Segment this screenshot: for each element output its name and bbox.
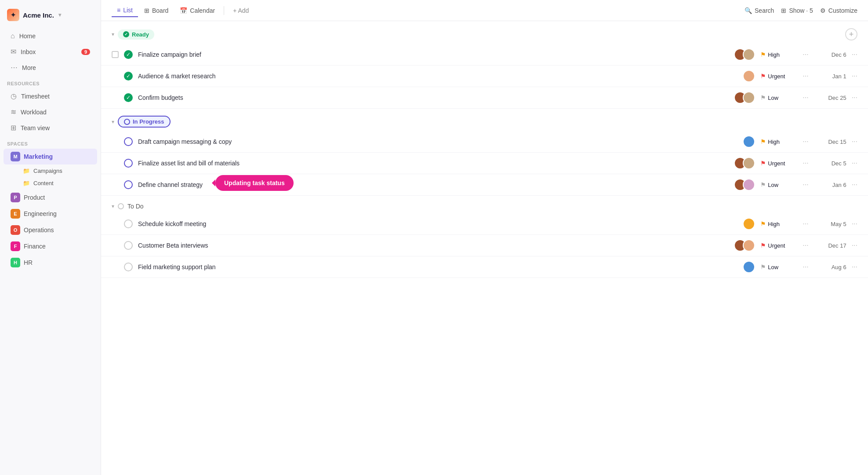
status-ready-icon: ✓ [124,72,133,80]
space-label-engineering: Engineering [24,210,57,217]
sidebar-space-operations[interactable]: O Operations [4,222,97,238]
task-row: Customer Beta interviews ⚑ Urgent ··· De… [101,235,868,256]
task-name: Define channel strategy [138,181,729,188]
task-options-dots[interactable]: ··· [801,241,810,249]
tab-board[interactable]: ⊞ Board [139,4,174,17]
sidebar-item-more[interactable]: ⋯ More [4,60,97,75]
task-row: Finalize asset list and bill of material… [101,153,868,174]
todo-status-icon [118,203,124,209]
sidebar-space-hr[interactable]: H HR [4,255,97,270]
status-todo-icon[interactable] [124,241,133,250]
sub-label-campaigns: Campaigns [33,168,62,174]
topnav-divider [224,6,224,15]
task-more-dots[interactable]: ··· [852,181,857,189]
task-more-dots[interactable]: ··· [852,241,857,249]
status-inprogress-icon[interactable] [124,137,133,146]
calendar-tab-label: Calendar [190,7,215,14]
task-date: Dec 6 [816,51,846,58]
ready-check-icon: ✓ [123,31,129,37]
avatar [743,261,755,273]
sidebar-item-teamview[interactable]: ⊞ Team view [4,120,97,135]
task-priority: ⚑ Urgent [760,160,795,167]
content-folder-icon: 📁 [23,180,30,186]
section-toggle-todo[interactable]: ▾ [112,203,114,209]
sidebar-space-engineering[interactable]: E Engineering [4,206,97,222]
tab-calendar[interactable]: 📅 Calendar [174,4,220,17]
add-button[interactable]: + Add [228,4,254,17]
task-avatars [734,48,755,61]
task-options-dots[interactable]: ··· [801,94,810,102]
task-date: Dec 5 [816,160,846,167]
sidebar-space-finance[interactable]: F Finance [4,238,97,254]
sidebar-sub-campaigns[interactable]: 📁 Campaigns [4,165,97,177]
app-logo[interactable]: ✦ Acme Inc. ▾ [0,5,101,28]
section-todo: ▾ To Do Schedule kickoff meeting ⚑ High … [101,196,868,278]
task-options-dots[interactable]: ··· [801,263,810,271]
sidebar-nav: ⌂ Home ✉ Inbox 9⋯ More [0,28,101,76]
tab-list[interactable]: ≡ List [112,4,138,17]
sidebar-item-home[interactable]: ⌂ Home [4,29,97,44]
todo-label: To Do [127,203,144,210]
sidebar-resources: ◷ Timesheet≋ Workload⊞ Team view [0,88,101,136]
task-more-dots[interactable]: ··· [852,51,857,58]
status-todo-icon[interactable] [124,219,133,228]
show-icon: ⊞ [781,7,786,14]
priority-label: Urgent [768,73,785,80]
task-name: Customer Beta interviews [138,242,729,249]
hr-badge: H [11,258,20,267]
flag-high-icon: ⚑ [760,220,766,227]
search-button[interactable]: 🔍 Search [745,7,774,14]
task-avatars [734,179,755,191]
customize-button[interactable]: ⚙ Customize [820,7,857,14]
sub-label-content: Content [33,180,54,186]
task-more-dots[interactable]: ··· [852,220,857,228]
task-more-dots[interactable]: ··· [852,263,857,271]
section-add-ready[interactable]: + [845,28,857,40]
status-todo-icon[interactable] [124,263,133,271]
task-options-dots[interactable]: ··· [801,159,810,167]
task-options-dots[interactable]: ··· [801,72,810,80]
status-inprogress-icon[interactable] [124,159,133,168]
space-label-operations: Operations [24,227,54,234]
teamview-icon: ⊞ [11,124,16,132]
priority-label: Urgent [768,242,785,249]
sidebar-item-inbox[interactable]: ✉ Inbox 9 [4,44,97,59]
finance-badge: F [11,241,20,251]
task-priority: ⚑ High [760,220,795,227]
task-more-dots[interactable]: ··· [852,94,857,102]
customize-icon: ⚙ [820,7,826,14]
task-row: Draft campaign messaging & copy ⚑ High ·… [101,131,868,153]
task-options-dots[interactable]: ··· [801,138,810,146]
search-icon: 🔍 [745,7,752,14]
task-more-dots[interactable]: ··· [852,138,857,146]
task-checkbox[interactable] [112,51,119,58]
task-date: Aug 6 [816,264,846,270]
operations-badge: O [11,225,20,235]
sidebar-space-product[interactable]: P Product [4,190,97,205]
task-date: Dec 17 [816,242,846,249]
section-toggle-inprogress[interactable]: ▾ [112,119,114,125]
show-button[interactable]: ⊞ Show · 5 [781,7,813,14]
task-options-dots[interactable]: ··· [801,181,810,189]
task-date: Dec 15 [816,139,846,145]
task-row: Schedule kickoff meeting ⚑ High ··· May … [101,213,868,235]
resources-label: Resources [0,76,101,88]
product-badge: P [11,193,20,202]
task-more-dots[interactable]: ··· [852,159,857,167]
sidebar-item-workload[interactable]: ≋ Workload [4,104,97,120]
task-options-dots[interactable]: ··· [801,51,810,58]
section-toggle-ready[interactable]: ▾ [112,31,114,37]
task-priority: ⚑ Low [760,181,795,188]
task-options-dots[interactable]: ··· [801,220,810,228]
logo-icon: ✦ [7,9,19,21]
avatar [743,48,755,61]
topnav-tabs: ≡ List⊞ Board📅 Calendar [112,4,220,17]
status-inprogress-icon[interactable] [124,180,133,189]
task-more-dots[interactable]: ··· [852,72,857,80]
flag-low-icon: ⚑ [760,263,766,270]
sidebar-sub-content[interactable]: 📁 Content [4,177,97,189]
timesheet-icon: ◷ [11,92,17,100]
sidebar-item-timesheet[interactable]: ◷ Timesheet [4,88,97,104]
task-date: May 5 [816,221,846,227]
sidebar-space-marketing[interactable]: M Marketing [4,149,97,164]
